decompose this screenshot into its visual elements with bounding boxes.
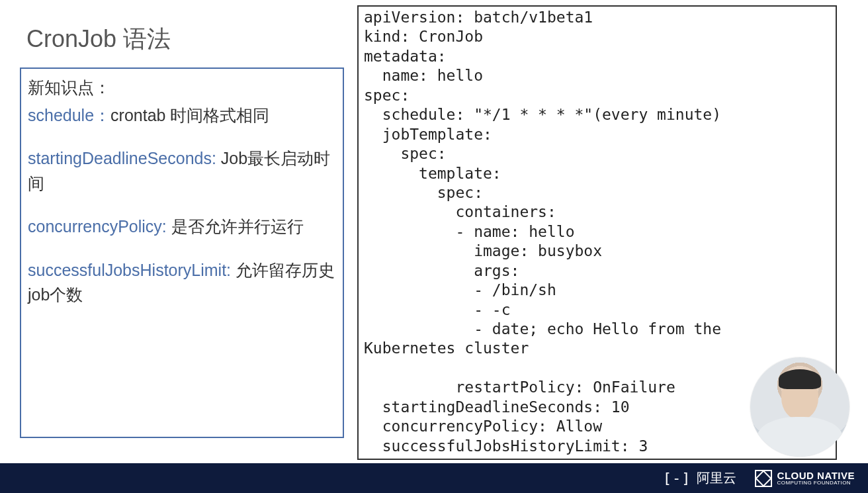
note-key: startingDeadlineSeconds: [28, 149, 216, 167]
cloud-native-icon [755, 470, 772, 487]
footer-bar: [-] 阿里云 CLOUD NATIVE COMPUTING FOUNDATIO… [0, 463, 868, 493]
presenter-avatar [750, 357, 849, 457]
note-item: startingDeadlineSeconds: Job最长启动时间 [28, 146, 336, 196]
note-item: schedule：crontab 时间格式相同 [28, 103, 336, 128]
note-desc: crontab 时间格式相同 [110, 106, 269, 124]
left-column: CronJob 语法 新知识点： schedule：crontab 时间格式相同… [0, 0, 344, 460]
notes-box: 新知识点： schedule：crontab 时间格式相同 startingDe… [20, 67, 344, 438]
aliyun-label: 阿里云 [697, 469, 736, 487]
note-key: schedule： [28, 106, 110, 124]
note-desc: 是否允许并行运行 [167, 217, 304, 236]
brand-aliyun: [-] 阿里云 [663, 469, 736, 487]
cloud-native-title: CLOUD NATIVE [777, 471, 855, 480]
note-key: concurrencyPolicy: [28, 217, 167, 236]
cloud-native-text: CLOUD NATIVE COMPUTING FOUNDATION [777, 471, 855, 486]
slide-content: CronJob 语法 新知识点： schedule：crontab 时间格式相同… [0, 0, 868, 460]
note-item: successfulJobsHistoryLimit: 允许留存历史job个数 [28, 258, 336, 308]
page-title: CronJob 语法 [20, 23, 344, 56]
note-item: concurrencyPolicy: 是否允许并行运行 [28, 214, 336, 240]
note-key: successfulJobsHistoryLimit: [28, 261, 231, 279]
aliyun-icon: [-] [663, 470, 691, 486]
cloud-native-subtitle: COMPUTING FOUNDATION [777, 480, 855, 486]
brand-cloud-native: CLOUD NATIVE COMPUTING FOUNDATION [755, 470, 855, 487]
notes-header: 新知识点： [28, 75, 336, 101]
